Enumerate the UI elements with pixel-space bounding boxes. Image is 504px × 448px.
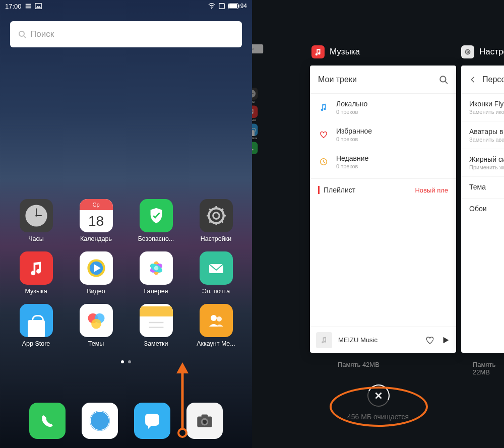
app-label: Темы bbox=[88, 340, 104, 347]
app-music[interactable]: Музыка bbox=[13, 251, 59, 295]
wifi-icon bbox=[208, 3, 215, 10]
settings-item-avatars[interactable]: Аватары в ст Заменить аватар стиле Flyme bbox=[461, 121, 504, 149]
svg-line-23 bbox=[221, 221, 223, 223]
music-playlist-row[interactable]: Плейлист Новый пле bbox=[310, 178, 456, 201]
svg-line-24 bbox=[209, 221, 211, 223]
svg-rect-1 bbox=[25, 6, 31, 7]
recents-card-music[interactable]: Мои треки Локально0 треков Избранное0 тр… bbox=[310, 66, 456, 353]
search-icon[interactable] bbox=[439, 75, 448, 84]
svg-rect-0 bbox=[25, 4, 31, 5]
recents-music-title: Музыка bbox=[311, 45, 360, 58]
settings-item-bold[interactable]: Жирный сист Применить жир bbox=[461, 149, 504, 177]
music-item-recent[interactable]: Недавние0 треков bbox=[310, 148, 456, 175]
play-icon[interactable] bbox=[441, 336, 450, 345]
search-bar[interactable]: Поиск bbox=[10, 21, 242, 47]
music-icon bbox=[20, 251, 53, 285]
settings-item-icons[interactable]: Иконки Flyme Заменить иконки стиле Flyme bbox=[461, 94, 504, 121]
status-time: 17:00 bbox=[5, 3, 22, 10]
app-mail[interactable]: Эл. почта bbox=[193, 251, 239, 295]
page-indicator bbox=[0, 360, 252, 363]
people-icon bbox=[200, 304, 233, 337]
clear-status-text: 456 МБ очищается bbox=[252, 413, 504, 421]
svg-rect-49 bbox=[202, 414, 208, 417]
app-calendar[interactable]: Ср 18 Календарь bbox=[73, 199, 119, 242]
play-icon bbox=[80, 251, 113, 285]
notes-icon bbox=[140, 304, 173, 337]
music-item-favorites[interactable]: Избранное0 треков bbox=[310, 121, 456, 148]
svg-point-16 bbox=[209, 208, 223, 223]
svg-point-15 bbox=[35, 215, 37, 217]
memory-label-music: Память 42MB bbox=[338, 361, 380, 368]
chevron-left-icon[interactable] bbox=[469, 76, 476, 83]
svg-rect-3 bbox=[35, 4, 41, 9]
app-label: Видео bbox=[87, 288, 105, 295]
app-label: Часы bbox=[28, 235, 44, 242]
svg-line-67 bbox=[375, 393, 381, 398]
recents-screen: Пои Часы Музыка App Store Музыка Мои тре… bbox=[252, 0, 504, 448]
svg-point-39 bbox=[91, 319, 101, 329]
search-placeholder: Поиск bbox=[30, 29, 54, 39]
svg-point-17 bbox=[213, 213, 219, 219]
battery-icon: 94 bbox=[228, 3, 247, 10]
app-account[interactable]: Аккаунт Me... bbox=[193, 304, 239, 347]
svg-marker-53 bbox=[176, 362, 188, 373]
clock-icon bbox=[20, 199, 53, 232]
svg-point-43 bbox=[217, 316, 222, 322]
app-label: Эл. почта bbox=[202, 288, 230, 295]
sim-icon bbox=[218, 3, 225, 10]
app-notes[interactable]: Заметки bbox=[133, 304, 179, 347]
settings-item-theme[interactable]: Тема bbox=[461, 177, 504, 199]
app-label: App Store bbox=[22, 340, 50, 347]
music-icon bbox=[311, 45, 325, 58]
svg-point-60 bbox=[440, 76, 446, 82]
app-themes[interactable]: Темы bbox=[73, 304, 119, 347]
picture-icon bbox=[35, 3, 42, 10]
svg-point-42 bbox=[211, 315, 217, 321]
homescreen: 17:00 94 Поиск bbox=[0, 0, 252, 448]
flower-icon bbox=[140, 251, 173, 285]
heart-icon bbox=[318, 129, 329, 140]
svg-line-11 bbox=[24, 36, 26, 38]
app-label: Безопасно... bbox=[138, 235, 174, 242]
svg-rect-6 bbox=[219, 4, 224, 9]
svg-line-22 bbox=[209, 209, 211, 210]
dock-messages[interactable] bbox=[134, 403, 170, 439]
app-clock[interactable]: Часы bbox=[13, 199, 59, 242]
track-cover-icon bbox=[316, 332, 332, 348]
dock-camera[interactable] bbox=[186, 403, 223, 439]
list-icon bbox=[25, 3, 32, 10]
svg-point-64 bbox=[466, 50, 470, 54]
heart-icon[interactable] bbox=[425, 335, 435, 345]
recents-home-thumbnail[interactable]: Пои Часы Музыка App Store bbox=[252, 40, 267, 199]
dock-phone[interactable] bbox=[29, 403, 66, 439]
settings-item-wallpaper[interactable]: Обои bbox=[461, 199, 504, 220]
music-item-local[interactable]: Локально0 треков bbox=[310, 94, 456, 121]
status-bar: 17:00 94 bbox=[0, 0, 252, 12]
svg-marker-63 bbox=[444, 337, 449, 343]
recents-settings-title: Настро bbox=[461, 45, 504, 58]
app-settings[interactable]: Настройки bbox=[193, 199, 239, 242]
svg-point-65 bbox=[467, 51, 469, 53]
svg-line-61 bbox=[445, 81, 448, 84]
search-icon bbox=[18, 30, 26, 38]
app-video[interactable]: Видео bbox=[73, 251, 119, 295]
app-security[interactable]: Безопасно... bbox=[133, 199, 179, 242]
app-label: Галерея bbox=[144, 288, 168, 295]
svg-line-66 bbox=[375, 393, 381, 398]
bag-icon bbox=[20, 304, 53, 337]
svg-marker-4 bbox=[36, 6, 41, 8]
app-label: Заметки bbox=[144, 340, 168, 347]
dock bbox=[0, 403, 252, 439]
settings-header-title: Персона. bbox=[482, 75, 504, 84]
app-gallery[interactable]: Галерея bbox=[133, 251, 179, 295]
music-mini-player[interactable]: MEIZU Music bbox=[310, 327, 456, 353]
clear-all-button[interactable] bbox=[367, 385, 390, 407]
svg-point-5 bbox=[211, 8, 212, 9]
svg-line-25 bbox=[221, 209, 223, 210]
svg-rect-2 bbox=[25, 8, 31, 9]
music-tab-header: Мои треки bbox=[318, 75, 357, 84]
clock-icon bbox=[318, 156, 329, 167]
dock-browser[interactable] bbox=[82, 403, 118, 439]
recents-card-settings[interactable]: Персона. Иконки Flyme Заменить иконки ст… bbox=[461, 66, 504, 353]
app-appstore[interactable]: App Store bbox=[13, 304, 59, 347]
